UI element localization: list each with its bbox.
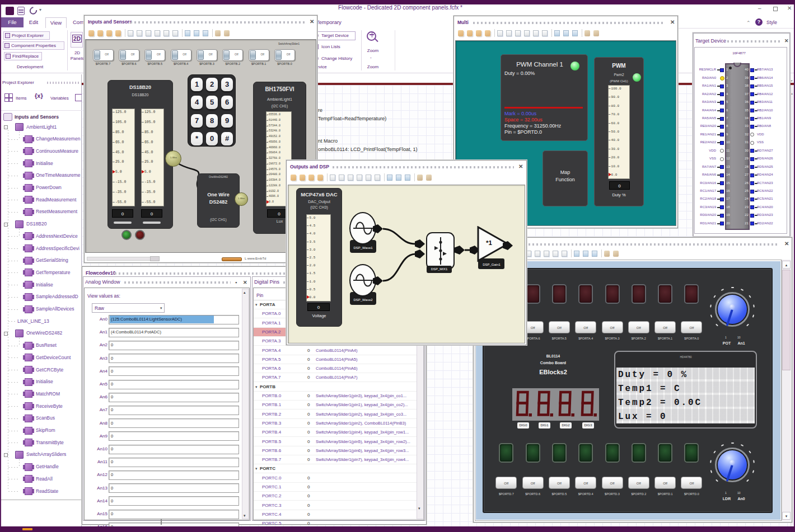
svg-text:*1: *1	[486, 239, 492, 246]
